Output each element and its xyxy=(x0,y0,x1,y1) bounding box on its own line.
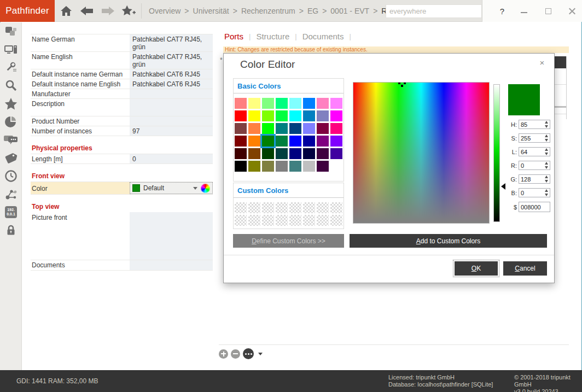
sidebar-item-search[interactable] xyxy=(0,77,22,95)
custom-color-swatch[interactable] xyxy=(262,215,274,226)
minimize-button[interactable] xyxy=(514,0,534,22)
basic-color-swatch[interactable] xyxy=(303,110,315,121)
documents-value[interactable] xyxy=(130,260,213,270)
custom-color-swatch[interactable] xyxy=(276,215,288,226)
tab-ports[interactable]: Ports xyxy=(224,32,243,41)
custom-color-swatch[interactable] xyxy=(317,215,329,226)
search-input[interactable] xyxy=(386,7,489,15)
basic-color-swatch[interactable] xyxy=(235,98,247,109)
basic-color-swatch[interactable] xyxy=(289,136,301,147)
more-actions-caret-icon[interactable] xyxy=(258,353,263,355)
spin-down-icon[interactable] xyxy=(545,194,548,196)
basic-color-swatch[interactable] xyxy=(235,148,247,159)
spin-up-icon[interactable] xyxy=(545,121,548,124)
basic-color-swatch[interactable] xyxy=(248,110,260,121)
custom-color-swatch[interactable] xyxy=(248,202,260,213)
saturation-input[interactable] xyxy=(519,134,544,142)
custom-color-swatch[interactable] xyxy=(330,215,342,226)
tab-structure[interactable]: Structure xyxy=(256,32,289,41)
spinner-buttons[interactable] xyxy=(544,175,549,183)
hue-input[interactable] xyxy=(519,120,544,128)
property-value[interactable] xyxy=(130,89,213,98)
sidebar-item-topology[interactable] xyxy=(0,185,22,203)
basic-color-swatch[interactable] xyxy=(262,123,274,134)
basic-color-swatch[interactable] xyxy=(330,110,342,121)
ok-button[interactable]: OK xyxy=(455,261,498,276)
remove-button[interactable] xyxy=(231,349,240,359)
basic-color-swatch[interactable] xyxy=(330,161,342,172)
spin-up-icon[interactable] xyxy=(545,148,548,151)
hex-input[interactable] xyxy=(519,202,550,212)
picture-front-dropzone[interactable] xyxy=(130,212,213,260)
help-button[interactable]: ? xyxy=(492,0,512,22)
custom-color-swatch[interactable] xyxy=(235,202,247,213)
color-picker-crosshair[interactable] xyxy=(398,82,406,87)
basic-color-swatch[interactable] xyxy=(330,123,342,134)
basic-color-swatch[interactable] xyxy=(317,161,329,172)
custom-color-swatch[interactable] xyxy=(303,215,315,226)
back-button[interactable] xyxy=(80,4,94,17)
luminance-input[interactable] xyxy=(519,148,544,156)
spin-down-icon[interactable] xyxy=(545,166,548,169)
add-to-custom-colors-button[interactable]: Add to Custom Colors xyxy=(350,234,547,248)
basic-color-swatch[interactable] xyxy=(317,123,329,134)
spin-down-icon[interactable] xyxy=(545,125,548,128)
custom-color-swatch[interactable] xyxy=(262,202,274,213)
basic-color-swatch[interactable] xyxy=(317,110,329,121)
breadcrumb-item[interactable]: 0001 - EVT xyxy=(330,7,369,15)
spin-up-icon[interactable] xyxy=(545,162,548,165)
basic-color-swatch[interactable] xyxy=(262,110,274,121)
basic-color-swatch[interactable] xyxy=(303,98,315,109)
sidebar-item-devices[interactable] xyxy=(0,40,22,58)
basic-color-swatch[interactable] xyxy=(289,110,301,121)
property-value[interactable]: Patchkabel CAT7 RJ45, grün xyxy=(130,52,213,69)
sidebar-item-favorites[interactable] xyxy=(0,95,22,113)
property-value[interactable] xyxy=(130,116,213,126)
basic-color-swatch[interactable] xyxy=(262,98,274,109)
basic-color-swatch[interactable] xyxy=(235,123,247,134)
sidebar-item-permissions[interactable] xyxy=(0,221,22,239)
cancel-button[interactable]: Cancel xyxy=(503,261,547,276)
sidebar-item-ip-addresses[interactable]: 192.0.0.1 xyxy=(0,203,22,221)
sidebar-item-reports[interactable] xyxy=(0,113,22,131)
spinner-buttons[interactable] xyxy=(544,189,549,196)
basic-color-swatch[interactable] xyxy=(276,110,288,121)
basic-color-swatch[interactable] xyxy=(317,98,329,109)
basic-color-swatch[interactable] xyxy=(276,123,288,134)
basic-color-swatch[interactable] xyxy=(248,98,260,109)
custom-color-swatch[interactable] xyxy=(235,215,247,226)
custom-color-swatch[interactable] xyxy=(289,215,301,226)
basic-color-swatch[interactable] xyxy=(289,98,301,109)
maximize-button[interactable] xyxy=(538,0,558,22)
spin-up-icon[interactable] xyxy=(545,175,548,178)
sidebar-item-history[interactable] xyxy=(0,167,22,185)
dialog-close-button[interactable]: × xyxy=(537,58,548,67)
basic-color-swatch[interactable] xyxy=(303,161,315,172)
sidebar-item-tools[interactable] xyxy=(0,58,22,77)
basic-color-swatch[interactable] xyxy=(303,136,315,147)
add-button[interactable] xyxy=(219,349,228,359)
spinner-buttons[interactable] xyxy=(544,134,549,142)
basic-color-swatch[interactable] xyxy=(262,136,274,147)
custom-color-swatch[interactable] xyxy=(303,202,315,213)
breadcrumb-item[interactable]: Overview xyxy=(149,7,181,15)
add-favorite-button[interactable] xyxy=(121,4,136,17)
basic-color-swatch[interactable] xyxy=(276,161,288,172)
tab-documents[interactable]: Documents xyxy=(302,32,344,41)
luminance-marker-icon[interactable] xyxy=(501,183,505,190)
spinner-buttons[interactable] xyxy=(544,148,549,155)
more-actions-button[interactable] xyxy=(243,348,254,359)
basic-color-swatch[interactable] xyxy=(248,123,260,134)
spin-up-icon[interactable] xyxy=(545,189,548,192)
property-value[interactable]: Patchkabel CAT6 RJ45 xyxy=(130,69,213,79)
hue-saturation-field[interactable] xyxy=(353,82,490,224)
basic-color-swatch[interactable] xyxy=(262,148,274,159)
spinner-buttons[interactable] xyxy=(544,162,549,169)
basic-color-swatch[interactable] xyxy=(276,98,288,109)
breadcrumb-item[interactable]: Universität xyxy=(193,7,229,15)
basic-color-swatch[interactable] xyxy=(289,123,301,134)
spin-down-icon[interactable] xyxy=(545,180,548,183)
custom-color-swatch[interactable] xyxy=(317,202,329,213)
basic-color-swatch[interactable] xyxy=(235,161,247,172)
home-button[interactable] xyxy=(59,4,73,17)
